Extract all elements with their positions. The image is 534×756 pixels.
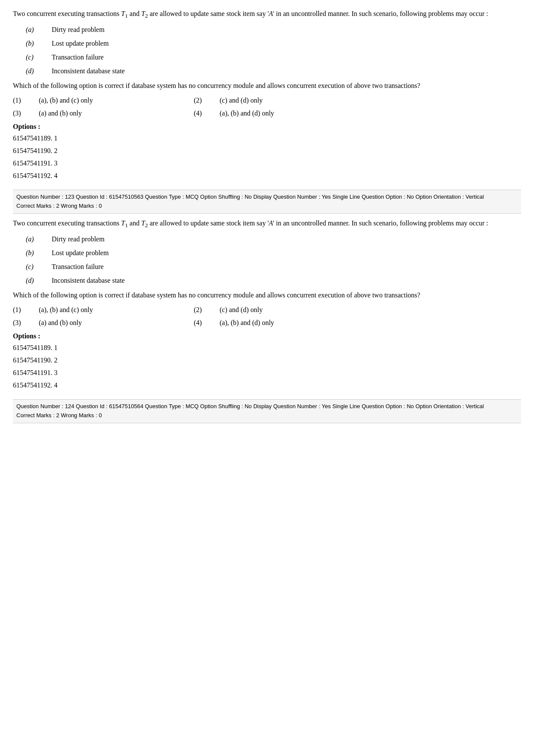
choice-text-d-2: Inconsistent database state [52,275,521,286]
answer-options-2: (1) (a), (b) and (c) only (2) (c) and (d… [13,305,521,328]
option-code-1-2: 61547541189. 1 [13,342,521,354]
answer-options-1: (1) (a), (b) and (c) only (2) (c) and (d… [13,95,521,119]
option-code-4-2: 61547541192. 4 [13,379,521,392]
choice-label-b-2: (b) [26,248,52,258]
choice-a-1: (a) Dirty read problem [26,25,521,35]
option-code-2-2: 61547541190. 2 [13,354,521,367]
option-code-4-1: 61547541192. 4 [13,170,521,182]
answer-row-1-2: (1) (a), (b) and (c) only (2) (c) and (d… [13,305,521,315]
answer-num-3-2: (3) [13,318,39,328]
answer-num-2-2: (2) [194,305,220,315]
choices-list-1: (a) Dirty read problem (b) Lost update p… [26,25,521,76]
choice-text-a-2: Dirty read problem [52,234,521,244]
answer-row-1-1: (1) (a), (b) and (c) only (2) (c) and (d… [13,95,521,106]
page-content: Two concurrent executing transactions T1… [13,9,521,423]
choice-label-d-2: (d) [26,275,52,286]
choice-d-2: (d) Inconsistent database state [26,275,521,286]
choice-label-a-2: (a) [26,234,52,244]
option-code-2-1: 61547541190. 2 [13,145,521,157]
choice-text-b-1: Lost update problem [52,38,521,49]
answer-num-1-2: (1) [13,305,39,315]
choice-c-2: (c) Transaction failure [26,262,521,272]
answer-text-2-1: (c) and (d) only [220,95,521,106]
option-code-1-1: 61547541189. 1 [13,132,521,145]
meta-line1-1: Question Number : 123 Question Id : 6154… [16,193,518,202]
option-codes-1: 61547541189. 1 61547541190. 2 6154754119… [13,132,521,182]
options-label-2: Options : [13,332,521,340]
choice-label-d-1: (d) [26,66,52,76]
question-block-1: Two concurrent executing transactions T1… [13,9,521,182]
question-main-text-1: Which of the following option is correct… [13,81,521,91]
choice-text-a-1: Dirty read problem [52,25,521,35]
choice-text-c-1: Transaction failure [52,52,521,62]
choice-label-b-1: (b) [26,38,52,49]
answer-text-3-1: (a) and (b) only [39,108,177,119]
meta-line2-2: Correct Marks : 2 Wrong Marks : 0 [16,411,518,420]
choice-text-d-1: Inconsistent database state [52,66,521,76]
answer-num-1-1: (1) [13,95,39,106]
answer-num-4-2: (4) [194,318,220,328]
question-main-text-2: Which of the following option is correct… [13,290,521,300]
option-code-3-1: 61547541191. 3 [13,157,521,170]
meta-line2-1: Correct Marks : 2 Wrong Marks : 0 [16,202,518,211]
answer-num-3-1: (3) [13,108,39,119]
choice-label-c-2: (c) [26,262,52,272]
choice-label-a-1: (a) [26,25,52,35]
answer-text-4-1: (a), (b) and (d) only [220,108,521,119]
choice-b-1: (b) Lost update problem [26,38,521,49]
answer-row-2-1: (3) (a) and (b) only (4) (a), (b) and (d… [13,108,521,119]
choice-d-1: (d) Inconsistent database state [26,66,521,76]
answer-row-2-2: (3) (a) and (b) only (4) (a), (b) and (d… [13,318,521,328]
choice-text-b-2: Lost update problem [52,248,521,258]
question-intro-2: Two concurrent executing transactions T1… [13,218,521,230]
choices-list-2: (a) Dirty read problem (b) Lost update p… [26,234,521,286]
answer-num-2-1: (2) [194,95,220,106]
option-codes-2: 61547541189. 1 61547541190. 2 6154754119… [13,342,521,391]
meta-line1-2: Question Number : 124 Question Id : 6154… [16,402,518,411]
choice-label-c-1: (c) [26,52,52,62]
answer-num-4-1: (4) [194,108,220,119]
answer-text-4-2: (a), (b) and (d) only [220,318,521,328]
answer-text-1-1: (a), (b) and (c) only [39,95,177,106]
answer-text-1-2: (a), (b) and (c) only [39,305,177,315]
option-code-3-2: 61547541191. 3 [13,367,521,379]
question-block-2: Two concurrent executing transactions T1… [13,218,521,391]
choice-c-1: (c) Transaction failure [26,52,521,62]
question-intro-1: Two concurrent executing transactions T1… [13,9,521,20]
answer-text-2-2: (c) and (d) only [220,305,521,315]
options-label-1: Options : [13,123,521,131]
answer-text-3-2: (a) and (b) only [39,318,177,328]
choice-text-c-2: Transaction failure [52,262,521,272]
choice-b-2: (b) Lost update problem [26,248,521,258]
meta-block-2: Question Number : 124 Question Id : 6154… [13,399,521,423]
meta-block-1: Question Number : 123 Question Id : 6154… [13,190,521,214]
choice-a-2: (a) Dirty read problem [26,234,521,244]
